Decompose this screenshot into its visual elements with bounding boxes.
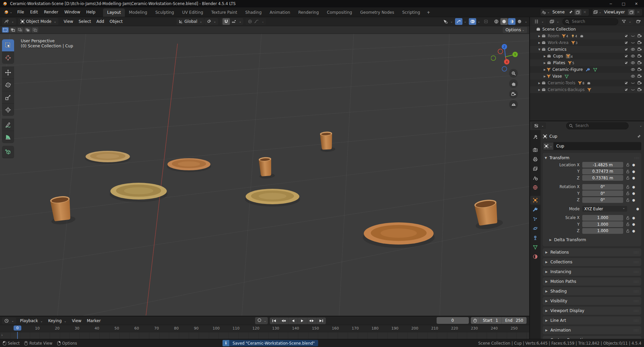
tool-measure-button[interactable] (2, 131, 14, 143)
outliner-row[interactable]: Scene Collection (530, 26, 644, 33)
properties-tab-output[interactable] (530, 155, 540, 164)
workspace-tab-animation[interactable]: Animation (266, 8, 294, 17)
transform-value-field[interactable]: 0.73781 m (582, 175, 623, 181)
viewport-menu-object[interactable]: Object (107, 18, 125, 25)
viewport-menu-view[interactable]: View (61, 18, 76, 25)
properties-options-icon[interactable]: ⌄ (639, 124, 642, 127)
pin-scene-icon[interactable] (567, 9, 574, 15)
lock-icon[interactable] (625, 216, 631, 220)
check-icon[interactable] (624, 54, 629, 58)
outliner-filter-mode-button[interactable]: ⌄ (547, 18, 561, 25)
panel-grip-icon[interactable]: ∷∷ (634, 309, 639, 313)
menu-window[interactable]: Window (61, 9, 83, 15)
properties-tab-world[interactable] (530, 183, 540, 192)
tool-transform-button[interactable] (2, 104, 14, 116)
expand-arrow-icon[interactable]: ▶ (537, 82, 541, 85)
jump-to-end-button[interactable] (317, 317, 326, 324)
animate-decorator[interactable]: ● (632, 222, 635, 226)
proportional-editing-toggle[interactable]: ⌄ (246, 18, 266, 25)
camera-icon[interactable] (637, 47, 642, 52)
snapping-toggle[interactable]: ⌄ (220, 18, 244, 25)
panel-grip-icon[interactable]: ∷∷ (634, 299, 639, 303)
check-icon[interactable] (624, 81, 629, 85)
transform-value-field[interactable]: 1.000 (582, 215, 623, 221)
panel-viewport-display[interactable]: ▶Viewport Display∷∷ (543, 307, 641, 315)
breadcrumb-object-name[interactable]: Cup (549, 134, 557, 139)
check-icon[interactable] (624, 34, 629, 38)
outliner-row[interactable]: ▶Ceramic-Tools8 (530, 80, 644, 86)
outliner-row[interactable]: ▶Vase (530, 73, 644, 80)
lock-icon[interactable] (625, 229, 631, 233)
select-mode-subtract[interactable] (17, 27, 23, 33)
panel-line-art[interactable]: ▶Line Art∷∷ (543, 316, 641, 324)
eye-open-icon[interactable] (631, 54, 635, 58)
timeline-menu-keying[interactable]: Keying ⌄ (45, 317, 69, 324)
timeline-editor-type-button[interactable]: ⌄ (2, 317, 16, 324)
eye-open-icon[interactable] (631, 67, 635, 72)
timeline-menu-view[interactable]: View (69, 317, 84, 324)
current-frame-field[interactable]: 0 (437, 317, 469, 324)
frame-end-field[interactable]: End250 (502, 317, 527, 324)
playhead[interactable] (17, 332, 18, 339)
outliner-row[interactable]: ▶Ceramic-Figure (530, 66, 644, 73)
transform-value-field[interactable]: 0° (582, 197, 623, 203)
panel-grip-icon[interactable]: ∷∷ (634, 156, 639, 160)
properties-tab-scene[interactable] (530, 174, 540, 182)
panel-shading[interactable]: ▶Shading∷∷ (543, 287, 641, 295)
play-button[interactable] (298, 317, 307, 324)
outliner-search[interactable] (562, 18, 618, 25)
shading-wireframe-button[interactable] (493, 18, 500, 25)
properties-tab-physics[interactable] (530, 224, 540, 233)
navigation-gizmo[interactable]: ZYX (491, 43, 520, 72)
animate-decorator[interactable]: ● (632, 229, 635, 233)
menu-file[interactable]: File (14, 9, 27, 15)
check-icon[interactable] (624, 87, 629, 92)
panel-grip-icon[interactable]: ∷∷ (634, 280, 639, 284)
properties-tab-modifiers[interactable] (530, 205, 540, 214)
expand-arrow-icon[interactable]: ▶ (543, 55, 547, 58)
frame-start-field[interactable]: Start1 (480, 317, 502, 324)
object-visibility-dropdown[interactable] (442, 18, 449, 25)
outliner-filter-button[interactable]: ⌄ (620, 18, 633, 25)
select-mode-extend[interactable] (9, 27, 16, 33)
outliner-row[interactable]: ▶Work-Area3 (530, 39, 644, 46)
camera-icon[interactable] (637, 34, 642, 38)
lock-icon[interactable] (625, 176, 631, 180)
expand-arrow-icon[interactable]: ▶ (543, 68, 547, 71)
outliner-row[interactable]: ▼Ceramics (530, 46, 644, 53)
camera-view-button[interactable] (509, 90, 518, 98)
viewport-menu-add[interactable]: Add (94, 18, 107, 25)
camera-icon[interactable] (637, 40, 642, 45)
camera-icon[interactable] (637, 67, 642, 72)
panel-grip-icon[interactable]: ∷∷ (634, 270, 639, 274)
options-button[interactable]: Options⌄ (503, 27, 527, 33)
tool-add-cube-button[interactable] (2, 146, 14, 158)
maximize-button[interactable]: □ (618, 1, 629, 7)
animate-decorator[interactable]: ● (632, 163, 635, 167)
use-preview-range-toggle[interactable] (471, 317, 480, 324)
animate-decorator[interactable]: ● (632, 191, 635, 195)
xray-toggle[interactable] (482, 18, 490, 25)
menu-help[interactable]: Help (83, 9, 98, 15)
animate-decorator[interactable]: ● (632, 170, 635, 173)
show-overlays-toggle[interactable] (469, 18, 476, 25)
animate-decorator[interactable]: ● (632, 185, 635, 189)
show-gizmo-toggle[interactable] (455, 18, 462, 25)
properties-tab-particles[interactable] (530, 215, 540, 223)
eye-closed-icon[interactable] (631, 40, 635, 45)
transform-value-field[interactable]: 1.000 (582, 221, 623, 227)
timeline-menu-marker[interactable]: Marker (84, 317, 103, 324)
delta-transform-panel[interactable]: ▶ Delta Transform (545, 236, 639, 244)
workspace-tab-sculpting[interactable]: Sculpting (151, 8, 178, 17)
workspace-tab-compositing[interactable]: Compositing (323, 8, 356, 17)
animate-decorator[interactable]: ● (632, 216, 635, 220)
zoom-button[interactable] (509, 69, 518, 78)
eye-open-icon[interactable] (631, 47, 635, 52)
expand-arrow-icon[interactable]: ▶ (537, 35, 541, 38)
eye-open-icon[interactable] (631, 60, 635, 65)
properties-tab-object-data[interactable] (530, 243, 540, 252)
menu-edit[interactable]: Edit (27, 9, 41, 15)
new-collection-button[interactable] (635, 18, 642, 25)
expand-arrow-icon[interactable]: ▶ (543, 75, 547, 78)
panel-grip-icon[interactable]: ∷∷ (634, 251, 639, 254)
